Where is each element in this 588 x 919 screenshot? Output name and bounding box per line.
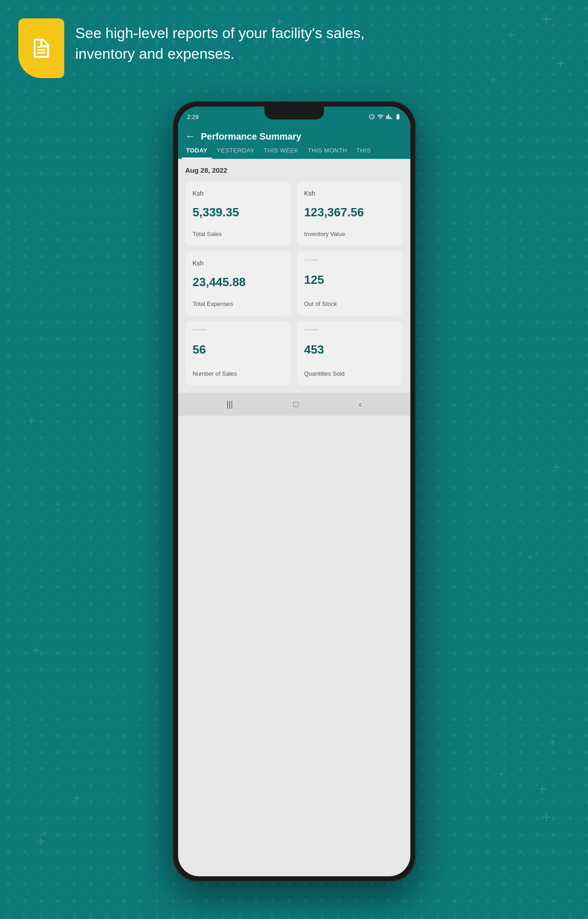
document-icon: [30, 37, 53, 60]
status-icons: [369, 113, 401, 120]
card-out-of-stock: 125 Out of Stock: [297, 251, 403, 316]
app-title: Performance Summary: [201, 131, 302, 142]
cards-grid: Ksh 5,339.35 Total Sales Ksh 123,367.56 …: [185, 181, 403, 385]
tab-today[interactable]: TODAY: [182, 142, 213, 159]
card-total-expenses: Ksh 23,445.88 Total Expenses: [185, 251, 291, 316]
card-total-sales: Ksh 5,339.35 Total Sales: [185, 181, 291, 246]
phone-nav-bar: ||| □ ‹: [178, 393, 410, 416]
card-qs-label: Quantities Sold: [304, 370, 396, 377]
card-oos-value: 125: [304, 273, 396, 287]
card-expenses-currency: Ksh: [193, 259, 284, 267]
card-number-of-sales: 56 Number of Sales: [185, 321, 291, 385]
nav-menu-icon[interactable]: |||: [226, 400, 233, 409]
card-quantities-sold: 453 Quantities Sold: [297, 321, 403, 385]
card-inventory-currency: Ksh: [304, 190, 396, 197]
tab-bar: TODAY YESTERDAY THIS WEEK THIS MONTH THI…: [178, 142, 410, 159]
date-label: Aug 28, 2022: [185, 166, 403, 174]
nav-back-icon[interactable]: ‹: [359, 400, 362, 409]
card-oos-divider: [304, 259, 318, 260]
battery-icon: [395, 113, 401, 120]
nav-home-icon[interactable]: □: [293, 400, 298, 409]
document-icon-badge: [18, 18, 64, 78]
back-button[interactable]: ←: [185, 130, 196, 142]
tab-this-extra[interactable]: THIS: [352, 142, 375, 159]
card-total-sales-value: 5,339.35: [193, 206, 284, 219]
card-inventory-label: Inventory Value: [304, 231, 396, 237]
card-nos-value: 56: [193, 343, 284, 356]
card-inventory-value-num: 123,367.56: [304, 206, 396, 219]
card-qs-value: 453: [304, 343, 396, 356]
card-qs-divider: [304, 329, 318, 330]
header-area: See high-level reports of your facility'…: [18, 18, 570, 78]
app-header: ← Performance Summary: [178, 125, 410, 142]
signal-icon: [386, 113, 392, 120]
content-area: Aug 28, 2022 Ksh 5,339.35 Total Sales Ks…: [178, 159, 410, 393]
wifi-icon: [377, 113, 384, 120]
phone-inner: 2:29 ← Performance Summary: [178, 107, 410, 876]
tab-this-week[interactable]: THIS WEEK: [259, 142, 303, 159]
card-inventory-value: Ksh 123,367.56 Inventory Value: [297, 181, 403, 246]
card-nos-divider: [193, 329, 207, 330]
tab-this-month[interactable]: THIS MONTH: [303, 142, 352, 159]
card-nos-label: Number of Sales: [193, 370, 284, 377]
alarm-icon: [369, 113, 375, 120]
phone-outer: 2:29 ← Performance Summary: [173, 101, 416, 882]
card-oos-label: Out of Stock: [304, 300, 396, 307]
status-time: 2:29: [187, 113, 199, 120]
phone-notch: [264, 107, 324, 119]
header-description: See high-level reports of your facility'…: [75, 18, 364, 64]
card-expenses-label: Total Expenses: [193, 300, 284, 307]
header-text-line1: See high-level reports of your facility'…: [75, 23, 364, 64]
card-total-sales-label: Total Sales: [193, 231, 284, 237]
phone-mockup: 2:29 ← Performance Summary: [173, 101, 416, 882]
tab-yesterday[interactable]: YESTERDAY: [212, 142, 259, 159]
card-total-sales-currency: Ksh: [193, 190, 284, 197]
card-expenses-value: 23,445.88: [193, 276, 284, 289]
